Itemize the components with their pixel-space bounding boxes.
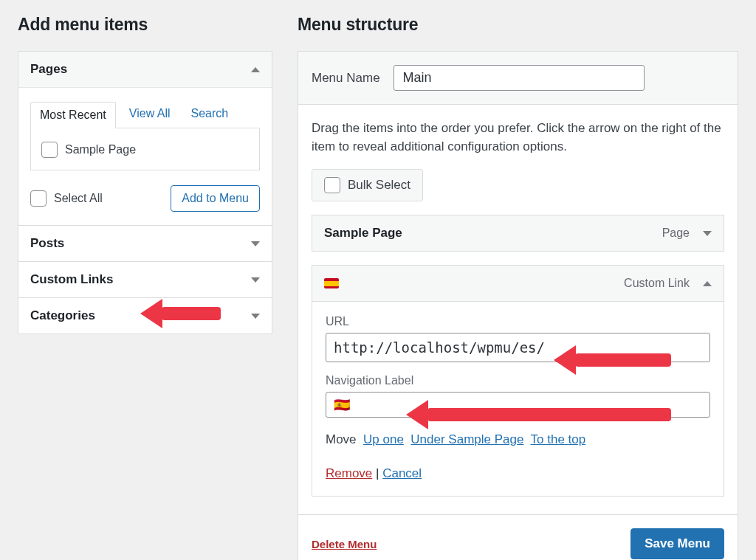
url-input[interactable] [326,333,710,362]
select-all[interactable]: Select All [30,190,103,207]
cancel-link[interactable]: Cancel [382,466,422,480]
menu-instructions: Drag the items into the order you prefer… [312,120,724,156]
tab-view-all[interactable]: View All [129,100,178,128]
metabox-categories-header[interactable]: Categories [18,298,272,333]
chevron-up-icon [251,67,260,72]
tab-search[interactable]: Search [191,100,236,128]
menu-item-custom-link-header[interactable]: Custom Link [312,266,724,301]
move-to-top-link[interactable]: To the top [531,432,586,446]
menu-name-label: Menu Name [312,71,380,86]
page-item-label: Sample Page [65,143,136,156]
pages-tabs: Most Recent View All Search [30,100,260,128]
move-under-sample-page-link[interactable]: Under Sample Page [410,432,523,446]
move-label: Move [326,432,357,446]
metabox-posts-header[interactable]: Posts [18,226,272,261]
move-up-one-link[interactable]: Up one [363,432,404,446]
bulk-select-button[interactable]: Bulk Select [312,169,423,201]
menu-header-bar: Menu Name [298,51,738,105]
add-menu-items-heading: Add menu items [18,15,272,35]
navigation-label-input[interactable] [326,392,710,418]
chevron-down-icon [251,277,260,283]
menu-item-type: Page [662,227,690,240]
menu-name-input[interactable] [394,65,645,91]
menu-footer: Delete Menu Save Menu [298,515,738,560]
menu-body: Drag the items into the order you prefer… [298,105,738,515]
checkbox-icon[interactable] [41,142,58,158]
metabox-pages-label: Pages [30,62,67,77]
chevron-down-icon[interactable] [703,231,712,236]
url-label: URL [326,315,710,328]
metabox-posts: Posts [18,226,272,262]
menu-structure-heading: Menu structure [298,15,738,35]
metabox-categories: Categories [18,298,272,334]
save-menu-button[interactable]: Save Menu [630,528,724,559]
metabox-custom-links: Custom Links [18,262,272,298]
flag-es-icon [324,278,339,288]
checkbox-icon[interactable] [324,177,340,193]
menu-item-title: Sample Page [324,226,402,241]
navigation-label-label: Navigation Label [326,374,710,387]
add-to-menu-button[interactable]: Add to Menu [171,185,260,212]
bulk-select-label: Bulk Select [348,178,410,193]
select-all-label: Select All [54,192,103,205]
remove-link[interactable]: Remove [326,466,372,480]
chevron-down-icon [251,314,260,319]
chevron-down-icon [251,241,260,246]
metabox-pages: Pages Most Recent View All Search Sample… [18,51,272,226]
menu-item-sample-page[interactable]: Sample Page Page [312,215,724,252]
metabox-posts-label: Posts [30,236,64,251]
metabox-custom-links-header[interactable]: Custom Links [18,262,272,297]
checkbox-icon[interactable] [30,190,47,207]
metabox-custom-links-label: Custom Links [30,272,113,287]
menu-item-type: Custom Link [624,277,690,290]
tab-most-recent[interactable]: Most Recent [30,102,116,128]
metabox-pages-header[interactable]: Pages [18,52,272,88]
page-item-sample[interactable]: Sample Page [41,142,249,158]
chevron-up-icon[interactable] [703,281,712,286]
menu-item-custom-link: Custom Link URL Navigation Label Move Up… [312,265,724,497]
delete-menu-link[interactable]: Delete Menu [312,538,377,550]
pipe-separator: | [376,466,382,480]
metabox-categories-label: Categories [30,308,95,323]
